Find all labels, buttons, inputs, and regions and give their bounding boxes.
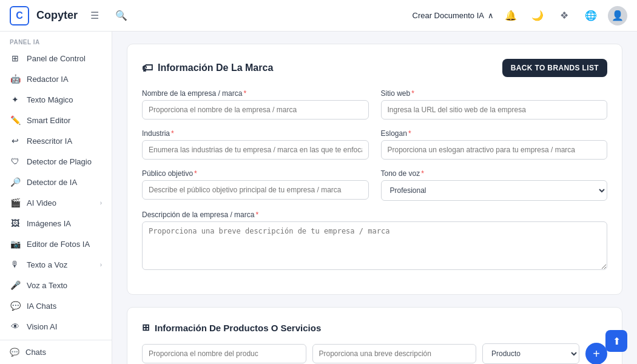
chevron-right-icon: › — [100, 261, 102, 268]
back-to-brands-button[interactable]: BACK TO BRANDS LIST — [502, 59, 607, 77]
globe-icon[interactable]: 🌐 — [581, 6, 601, 25]
sidebar-item-editor-fotos[interactable]: 📷 Editor de Fotos IA — [0, 234, 112, 254]
sidebar-item-label: Smart Editor — [27, 116, 102, 125]
sidebar-item-detector-plagio[interactable]: 🛡 Detector de Plagio — [0, 151, 112, 172]
sidebar-item-label: Voz a Texto — [27, 281, 102, 290]
edit-icon: ✏️ — [10, 115, 21, 126]
products-section-title: ⊞ Información De Productos O Servicios — [142, 322, 607, 333]
products-icon: ⊞ — [142, 322, 150, 333]
chat-icon: 💬 — [10, 300, 21, 311]
chats-bottom-item[interactable]: 💬 Chats — [0, 340, 112, 364]
product-desc-input[interactable] — [312, 344, 477, 363]
sidebar-item-ia-chats[interactable]: 💬 IA Chats — [0, 295, 112, 316]
grid-icon: ⊞ — [10, 53, 21, 64]
sidebar-item-label: Texto a Voz — [27, 260, 94, 269]
form-row-3: Público objetivo* Tono de voz* Profesion… — [142, 169, 607, 201]
product-name-input[interactable] — [142, 344, 306, 363]
video-icon: 🎬 — [10, 197, 21, 208]
chat-bottom-icon: 💬 — [10, 348, 19, 357]
crear-documento-label: Crear Documento IA — [413, 11, 485, 20]
industry-label: Industria* — [142, 129, 369, 138]
sidebar-item-ai-video[interactable]: 🎬 AI Video › — [0, 192, 112, 213]
form-row-4: Descripción de la empresa / marca* — [142, 211, 607, 270]
tone-select[interactable]: Profesional Casual Formal Creativo — [381, 180, 608, 201]
scroll-to-top-button[interactable]: ⬆ — [605, 330, 627, 352]
tone-group: Tono de voz* Profesional Casual Formal C… — [381, 169, 608, 201]
brand-title-text: Información De La Marca — [158, 62, 273, 73]
sidebar-item-label: Detector de IA — [27, 178, 102, 187]
form-row-2: Industria* Eslogan* — [142, 129, 607, 160]
products-card: ⊞ Información De Productos O Servicios P… — [127, 307, 622, 364]
chats-bottom-label: Chats — [25, 348, 46, 357]
chevron-right-icon: › — [100, 200, 102, 206]
logo-name: Copyter — [36, 9, 78, 22]
slogan-input[interactable] — [381, 140, 608, 160]
crear-documento-button[interactable]: Crear Documento IA ∧ — [413, 11, 494, 20]
dark-mode-icon[interactable]: 🌙 — [528, 6, 547, 25]
website-label: Sitio web* — [381, 89, 608, 98]
voice-icon: 🎙 — [10, 259, 21, 270]
description-textarea[interactable] — [142, 221, 607, 270]
sidebar-item-label: Detector de Plagio — [27, 157, 102, 166]
form-row-1: Nombre de la empresa / marca* Sitio web* — [142, 89, 607, 120]
products-row: Producto Servicio + — [142, 343, 607, 364]
product-type-select[interactable]: Producto Servicio — [482, 343, 579, 364]
brand-info-card: 🏷 Información De La Marca BACK TO BRANDS… — [127, 44, 622, 295]
sidebar-item-texto-magico[interactable]: ✦ Texto Mágico — [0, 89, 112, 110]
slogan-label: Eslogan* — [381, 129, 608, 138]
industry-group: Industria* — [142, 129, 369, 160]
sidebar-item-label: Redactor IA — [27, 75, 102, 84]
products-title-text: Información De Productos O Servicios — [155, 323, 321, 333]
image-icon: 🖼 — [10, 218, 21, 229]
sidebar: PANEL IA ⊞ Panel de Control 🤖 Redactor I… — [0, 32, 112, 364]
sidebar-item-panel-control[interactable]: ⊞ Panel de Control — [0, 48, 112, 69]
top-navigation: C Copyter 🔍 Crear Documento IA ∧ 🔔 🌙 ❖ 🌐… — [0, 0, 637, 32]
shield-icon: 🛡 — [10, 156, 21, 167]
wand-icon: ✦ — [10, 94, 21, 105]
crear-chevron: ∧ — [488, 11, 494, 20]
add-product-button[interactable]: + — [585, 343, 607, 364]
sidebar-item-label: Texto Mágico — [27, 95, 102, 104]
description-group: Descripción de la empresa / marca* — [142, 211, 607, 270]
sidebar-item-reescritor-ia[interactable]: ↩ Reescritor IA — [0, 130, 112, 151]
sidebar-item-label: IA Chats — [27, 302, 102, 311]
company-name-label: Nombre de la empresa / marca* — [142, 89, 369, 98]
menu-icon[interactable] — [85, 6, 104, 25]
company-name-group: Nombre de la empresa / marca* — [142, 89, 369, 120]
public-group: Público objetivo* — [142, 169, 369, 201]
public-label: Público objetivo* — [142, 169, 369, 178]
company-name-input[interactable] — [142, 100, 369, 120]
notifications-icon[interactable]: 🔔 — [501, 6, 521, 25]
logo-box: C — [10, 6, 29, 25]
slogan-group: Eslogan* — [381, 129, 608, 160]
sidebar-item-imagenes-ia[interactable]: 🖼 Imágenes IA — [0, 213, 112, 234]
avatar[interactable]: 👤 — [608, 6, 627, 25]
website-input[interactable] — [381, 100, 608, 120]
sidebar-item-texto-a-voz[interactable]: 🎙 Texto a Voz › — [0, 254, 112, 275]
sidebar-section-label: PANEL IA — [0, 32, 112, 48]
card-title: 🏷 Información De La Marca — [142, 62, 273, 75]
brand-icon: 🏷 — [142, 62, 153, 75]
photo-icon: 📷 — [10, 238, 21, 249]
sidebar-item-smart-editor[interactable]: ✏️ Smart Editor — [0, 110, 112, 130]
sidebar-item-detector-ia[interactable]: 🔎 Detector de IA — [0, 172, 112, 192]
main-content: 🏷 Información De La Marca BACK TO BRANDS… — [112, 32, 637, 364]
search-icon[interactable]: 🔍 — [112, 6, 131, 25]
sidebar-item-label: Editor de Fotos IA — [27, 240, 102, 249]
robot-icon: 🤖 — [10, 73, 21, 84]
tone-label: Tono de voz* — [381, 169, 608, 178]
sidebar-item-label: Reescritor IA — [27, 136, 102, 146]
industry-input[interactable] — [142, 140, 369, 160]
scroll-top-icon: ⬆ — [613, 335, 621, 347]
sidebar-item-label: AI Video — [27, 198, 94, 207]
sidebar-item-voz-a-texto[interactable]: 🎤 Voz a Texto — [0, 275, 112, 295]
detector-icon: 🔎 — [10, 177, 21, 187]
vision-icon: 👁 — [10, 321, 21, 332]
sidebar-item-label: Vision AI — [27, 322, 102, 331]
sidebar-item-redactor-ia[interactable]: 🤖 Redactor IA — [0, 69, 112, 89]
avatar-icon: 👤 — [612, 10, 624, 21]
grid-icon[interactable]: ❖ — [554, 6, 574, 25]
public-input[interactable] — [142, 180, 369, 200]
sidebar-item-vision-ai[interactable]: 👁 Vision AI — [0, 316, 112, 337]
card-header: 🏷 Información De La Marca BACK TO BRANDS… — [142, 59, 607, 77]
